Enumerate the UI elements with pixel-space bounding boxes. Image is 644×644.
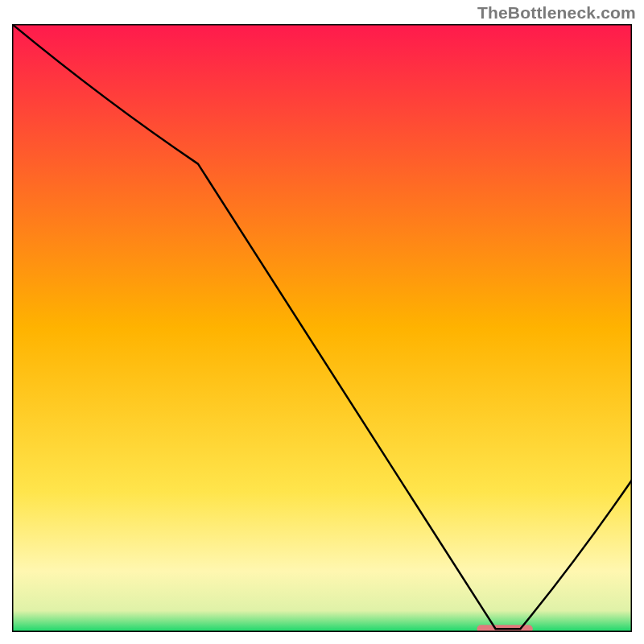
chart-stage: TheBottleneck.com — [0, 0, 644, 644]
gradient-background — [12, 24, 632, 632]
plot-frame — [12, 24, 632, 632]
chart-svg — [12, 24, 632, 632]
watermark-text: TheBottleneck.com — [477, 3, 636, 23]
